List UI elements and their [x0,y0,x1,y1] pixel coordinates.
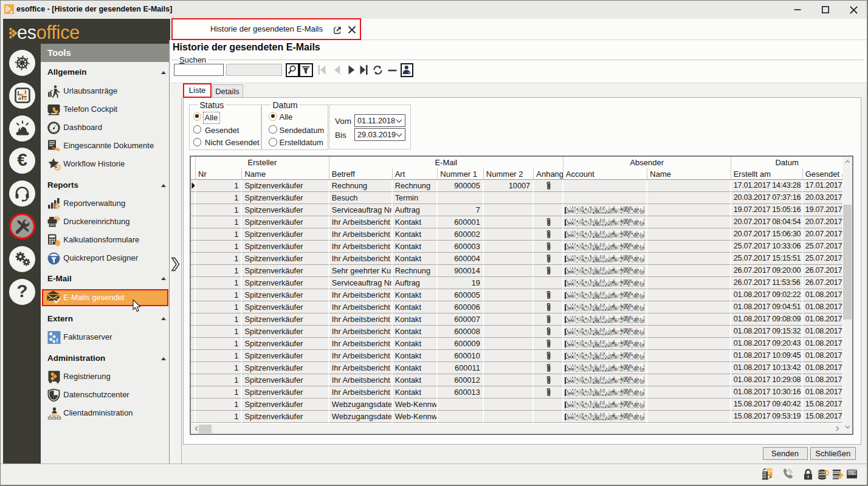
svg-text:SQL: SQL [849,471,855,474]
svg-text:f: f [56,338,58,344]
svg-text:o: o [10,10,13,14]
